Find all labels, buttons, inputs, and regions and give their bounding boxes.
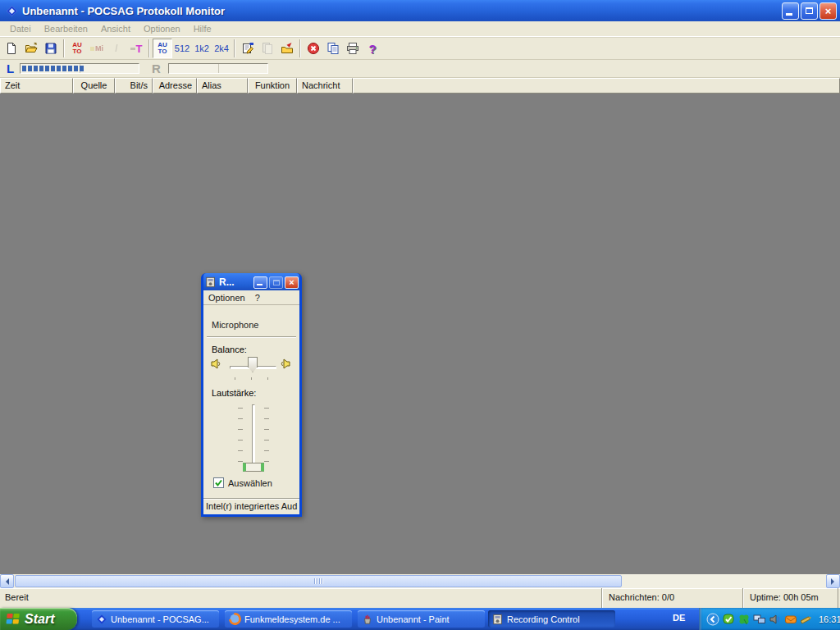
menu-item-hilfe[interactable]: Hilfe xyxy=(187,21,218,36)
help-icon: ? xyxy=(368,42,376,56)
column-header-adresse[interactable]: Adresse xyxy=(153,78,197,94)
paste-button xyxy=(258,39,277,58)
balance-label: Balance: xyxy=(212,345,247,354)
mi-mode-button: Mi xyxy=(87,39,107,58)
right-level-label: R xyxy=(152,62,161,75)
network-status-icon[interactable] xyxy=(753,613,766,626)
menu-item-bearbeiten[interactable]: Bearbeiten xyxy=(38,21,94,36)
stop-icon xyxy=(307,42,320,55)
menu-bar: Datei Bearbeiten Ansicht Optionen Hilfe xyxy=(0,21,840,37)
toolbar-separator xyxy=(148,39,150,57)
taskbar-task-recording-control[interactable]: Recording Control xyxy=(488,610,615,628)
open-file-button[interactable] xyxy=(21,39,41,58)
task-label: Unbenannt - POCSAG... xyxy=(111,614,209,624)
scrollbar-thumb[interactable] xyxy=(15,575,622,587)
toolbar: AUTO Mi / T AUTO 512 1k2 2k4 xyxy=(0,37,840,60)
print-button[interactable] xyxy=(343,39,363,58)
printer-icon xyxy=(346,42,359,55)
new-file-button[interactable] xyxy=(2,39,21,58)
status-uptime: Uptime: 00h 05m xyxy=(742,588,838,608)
system-tray: 16:31 xyxy=(699,608,840,630)
text-mode-button[interactable]: T xyxy=(126,39,146,58)
thumb-grip xyxy=(322,578,322,584)
right-level-meter xyxy=(168,63,268,74)
maximize-icon xyxy=(273,280,280,285)
column-header-nachricht[interactable]: Nachricht xyxy=(297,78,353,94)
recording-control-app-icon xyxy=(205,276,217,288)
scroll-right-button[interactable] xyxy=(826,574,840,588)
auto-rx-button[interactable]: AUTO xyxy=(67,39,87,58)
menu-item-ansicht[interactable]: Ansicht xyxy=(94,21,137,36)
taskbar-task-firefox[interactable]: Funkmeldesystem.de ... xyxy=(225,610,352,628)
properties-button[interactable] xyxy=(238,39,258,58)
security-check-icon[interactable] xyxy=(722,613,735,626)
auto-baud-button[interactable]: AUTO xyxy=(153,39,172,58)
column-header-funktion[interactable]: Funktion xyxy=(248,78,297,94)
column-header-zeit[interactable]: Zeit xyxy=(0,78,73,94)
taskbar-clock: 16:31 xyxy=(819,614,840,624)
menu-item-optionen[interactable]: Optionen xyxy=(137,21,187,36)
scroll-left-button[interactable] xyxy=(0,574,14,588)
window-controls: × xyxy=(782,2,837,20)
taskbar-task-paint[interactable]: Unbenannt - Paint xyxy=(358,610,485,628)
rc-menu-optionen[interactable]: Optionen xyxy=(203,293,250,303)
rc-menu-help[interactable]: ? xyxy=(250,293,265,303)
pencil-icon[interactable] xyxy=(800,613,813,626)
desktop: Unbenannt - POCSAG Protokoll Monitor × D… xyxy=(0,0,840,630)
select-checkbox[interactable] xyxy=(213,477,224,488)
restore-button[interactable] xyxy=(801,2,818,20)
start-button[interactable]: Start xyxy=(0,608,77,630)
left-level-meter xyxy=(20,63,139,74)
recording-control-window-controls: × xyxy=(253,276,299,289)
select-checkbox-row: Auswählen xyxy=(213,477,272,488)
clover-icon[interactable] xyxy=(737,613,751,626)
task-label: Recording Control xyxy=(507,614,580,624)
copy-button[interactable] xyxy=(323,39,343,58)
column-header-bits[interactable]: Bit/s xyxy=(115,78,153,94)
task-label: Unbenannt - Paint xyxy=(377,614,450,624)
collapse-chevron-icon[interactable] xyxy=(706,613,719,626)
balance-slider-thumb[interactable] xyxy=(248,357,258,372)
volume-icon[interactable] xyxy=(769,613,782,626)
app-icon xyxy=(5,4,19,18)
volume-slider-thumb[interactable] xyxy=(243,463,264,472)
recording-control-titlebar[interactable]: R... × xyxy=(203,273,299,290)
left-level-fill xyxy=(22,66,85,71)
baud-1k2-button[interactable]: 1k2 xyxy=(192,39,212,58)
language-indicator[interactable]: DE xyxy=(673,613,685,623)
arrow-left-icon xyxy=(2,578,9,585)
menu-item-datei[interactable]: Datei xyxy=(3,21,38,36)
help-button[interactable]: ? xyxy=(363,39,382,58)
titlebar[interactable]: Unbenannt - POCSAG Protokoll Monitor × xyxy=(0,0,840,21)
minimize-button[interactable] xyxy=(782,2,799,20)
rc-close-button[interactable]: × xyxy=(285,276,299,289)
left-level-label: L xyxy=(7,62,14,75)
export-folder-button[interactable] xyxy=(277,39,297,58)
baud-512-button[interactable]: 512 xyxy=(172,39,192,58)
rc-status-bar: Intel(r) integriertes Aud xyxy=(203,498,299,514)
stop-button[interactable] xyxy=(304,39,323,58)
close-button[interactable]: × xyxy=(819,2,837,20)
recording-control-title: R... xyxy=(219,276,235,288)
column-header-filler xyxy=(353,78,840,94)
rc-minimize-button[interactable] xyxy=(253,276,267,289)
speaker-mini-icon xyxy=(90,47,94,51)
column-header-quelle[interactable]: Quelle xyxy=(73,78,115,94)
baud-2k4-button[interactable]: 2k4 xyxy=(212,39,231,58)
save-button[interactable] xyxy=(41,39,61,58)
window-title: Unbenannt - POCSAG Protokoll Monitor xyxy=(22,5,225,17)
open-folder-icon xyxy=(25,42,38,55)
copy-icon xyxy=(326,42,340,55)
windows-flag-icon xyxy=(5,612,21,626)
volume-slider-track[interactable] xyxy=(252,404,255,472)
column-header-row: Zeit Quelle Bit/s Adresse Alias Funktion… xyxy=(0,78,840,94)
auto-rx-label: AUTO xyxy=(72,42,82,55)
mail-icon[interactable] xyxy=(784,613,797,626)
recording-control-icon xyxy=(492,614,504,625)
recording-control-window: R... × Optionen ? Microphone Balance: xyxy=(201,273,302,517)
taskbar-task-pocsag[interactable]: Unbenannt - POCSAG... xyxy=(92,610,219,628)
status-bar: Bereit Nachrichten: 0/0 Uptime: 00h 05m xyxy=(0,588,840,608)
volume-label: Lautstärke: xyxy=(212,388,256,398)
select-checkbox-label: Auswählen xyxy=(228,478,272,488)
column-header-alias[interactable]: Alias xyxy=(197,78,248,94)
